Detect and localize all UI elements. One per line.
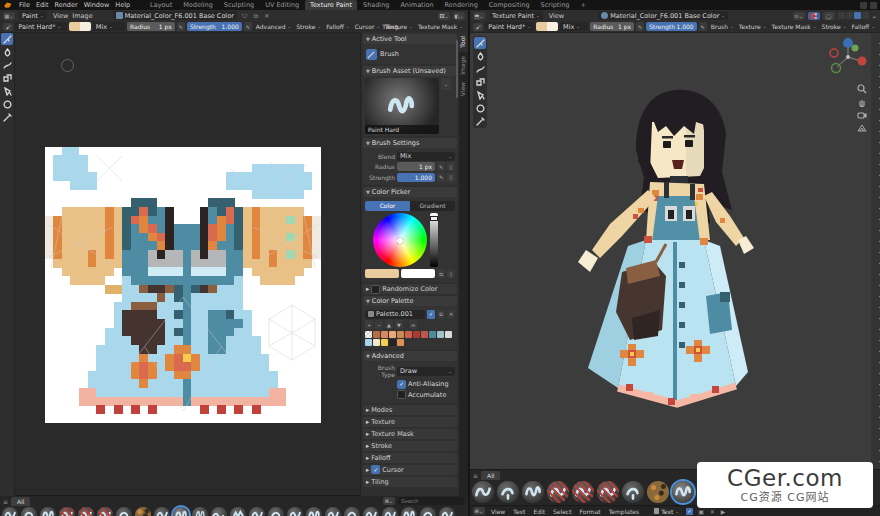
view-layer-icon[interactable] <box>870 2 877 9</box>
material-shading-icon[interactable] <box>854 12 861 19</box>
mask-display-icon[interactable]: ◧⌄ <box>453 12 465 20</box>
panel-scrollbar[interactable] <box>456 40 458 98</box>
strength-pressure-icon[interactable]: ✎ <box>437 173 445 182</box>
brush-thumbnail-squiggle[interactable] <box>522 481 544 503</box>
palette-swatch[interactable] <box>373 331 380 338</box>
tool-annotate[interactable] <box>1 111 13 123</box>
tool-annotate[interactable] <box>474 115 486 127</box>
palette-swatch[interactable] <box>429 331 436 338</box>
palette-swatch[interactable] <box>445 331 452 338</box>
blend-mode-dropdown[interactable]: Mix⌄ <box>93 22 125 31</box>
menu-help[interactable]: Help <box>112 1 133 9</box>
tool-mask[interactable] <box>1 98 13 110</box>
workspace-tab-rendering[interactable]: Rendering <box>440 0 483 10</box>
palette-movedown-button[interactable]: ▼ <box>395 320 403 329</box>
tool-smear[interactable] <box>474 63 486 75</box>
workspace-tab-modeling[interactable]: Modeling <box>178 0 218 10</box>
palette-swatch[interactable] <box>365 331 372 338</box>
pan-hand-icon[interactable] <box>857 97 867 107</box>
brush-thumbnail-selected[interactable] <box>672 481 694 503</box>
unlink-image-button[interactable]: ✕ <box>263 12 270 19</box>
strength-pressure-icon[interactable]: ✎ <box>699 22 707 31</box>
strength-pressure-icon[interactable]: ✎ <box>244 22 252 31</box>
brush-thumbnail-squiggle[interactable] <box>40 507 56 516</box>
scene-icon[interactable] <box>860 2 867 9</box>
section-randomize-color[interactable]: ▸ Randomize Color <box>363 284 457 294</box>
brush-thumbnail-drip[interactable] <box>116 507 132 516</box>
palette-swatch[interactable] <box>365 339 372 346</box>
image-datablock[interactable]: Material_Color_F6.001 Base Color <box>113 11 237 20</box>
palette-swatch[interactable] <box>389 339 396 346</box>
active-tool-header[interactable]: ▼Active Tool <box>363 34 457 44</box>
brush-thumbnail-blob[interactable] <box>472 481 494 503</box>
section-modes[interactable]: ▸Modes <box>363 405 457 415</box>
tool-soften[interactable] <box>474 50 486 62</box>
tool-draw[interactable] <box>1 33 13 45</box>
accumulate-checkbox[interactable] <box>397 390 406 399</box>
color-picker-header[interactable]: ▼Color Picker <box>363 187 457 197</box>
editor-type-icon[interactable]: ⊞⌄ <box>473 507 485 515</box>
popover-falloff[interactable]: Falloff⌄ <box>324 23 352 30</box>
section-tiling[interactable]: ▸Tiling <box>363 477 457 487</box>
menu-view[interactable]: View <box>51 12 70 20</box>
tool-clone[interactable] <box>474 76 486 88</box>
popover-texture-mask[interactable]: Texture Mask⌄ <box>416 23 465 30</box>
solid-shading-icon[interactable] <box>846 12 853 19</box>
palette-swatch[interactable] <box>413 331 420 338</box>
editor-type-icon[interactable]: ⬒⌄ <box>473 12 485 20</box>
popover-advanced[interactable]: Advanced⌄ <box>254 23 293 30</box>
navigation-gizmo[interactable] <box>825 34 871 80</box>
popover-texture-mask[interactable]: Texture Mask⌄ <box>769 23 818 30</box>
radius-field[interactable]: 1 px <box>397 162 435 171</box>
popover-falloff[interactable]: Falloff⌄ <box>850 23 878 30</box>
color-wheel[interactable] <box>373 213 427 267</box>
primary-color-swatch[interactable] <box>365 269 399 278</box>
menu-format[interactable]: Format <box>578 508 603 515</box>
brush-thumbnail-script[interactable] <box>192 507 208 516</box>
brush-thumbnail-selected[interactable] <box>173 507 189 516</box>
brush-color-swatch[interactable] <box>69 22 91 31</box>
radius-slider[interactable]: Radius1 px <box>590 22 634 31</box>
menu-render[interactable]: Render <box>51 1 80 9</box>
section-cursor[interactable]: ▸ ✓ Cursor <box>363 465 457 475</box>
brush-icon[interactable]: 🖌 <box>473 23 483 31</box>
proportional-edit-icon[interactable]: ◯ <box>823 12 835 20</box>
grid-toggle-icon[interactable] <box>857 123 867 133</box>
popover-texture[interactable]: Texture⌄ <box>737 23 769 30</box>
strength-slider[interactable]: Strength1.000 <box>646 22 697 31</box>
palette-selector[interactable]: Palette.001 <box>365 310 425 319</box>
workspace-tab-layout[interactable]: Layout <box>145 0 177 10</box>
popover-stroke[interactable]: Stroke⌄ <box>820 23 849 30</box>
brush-thumbnail-drip[interactable] <box>344 507 360 516</box>
brush-thumbnail-striped[interactable] <box>597 481 619 503</box>
workspace-tab-animation[interactable]: Animation <box>395 0 438 10</box>
workspace-tab-sculpting[interactable]: Sculpting <box>219 0 259 10</box>
editor-type-icon[interactable]: ▦⌄ <box>3 12 15 20</box>
menu-window[interactable]: Window <box>81 1 113 9</box>
anti-aliasing-checkbox[interactable]: ✓ <box>397 380 406 389</box>
gizmo-y-pos[interactable] <box>852 45 859 52</box>
strength-field[interactable]: 1.000 <box>397 173 435 182</box>
add-workspace-button[interactable]: + <box>575 0 590 10</box>
palette-swatch[interactable] <box>437 331 444 338</box>
palette-add-button[interactable]: + <box>365 320 373 329</box>
camera-view-icon[interactable] <box>857 110 867 120</box>
brush-asset-menu-button[interactable]: ⌄ <box>441 78 451 90</box>
brush-thumbnail-striped[interactable] <box>78 507 94 516</box>
popover-brush[interactable]: Brush⌄ <box>709 23 736 30</box>
shelf-menu-icon[interactable]: ≡ <box>473 472 478 479</box>
run-script-icon[interactable]: ▶ <box>720 508 727 515</box>
tool-fill[interactable] <box>474 89 486 101</box>
gizmo-x-neg[interactable] <box>830 49 838 57</box>
pivot-icon[interactable]: ⊙⌄ <box>793 12 805 20</box>
palette-remove-button[interactable]: − <box>375 320 383 329</box>
tool-smear[interactable] <box>1 59 13 71</box>
menu-select[interactable]: Select <box>551 508 574 515</box>
value-slider[interactable] <box>430 213 438 267</box>
brush-thumbnail-drip[interactable] <box>268 507 284 516</box>
tool-draw[interactable] <box>474 37 486 49</box>
menu-edit[interactable]: Edit <box>33 1 52 9</box>
workspace-tab-texture-paint[interactable]: Texture Paint <box>305 0 357 10</box>
palette-unlink-button[interactable]: ✕ <box>447 310 455 319</box>
brush-thumbnail-texture[interactable] <box>647 481 669 503</box>
